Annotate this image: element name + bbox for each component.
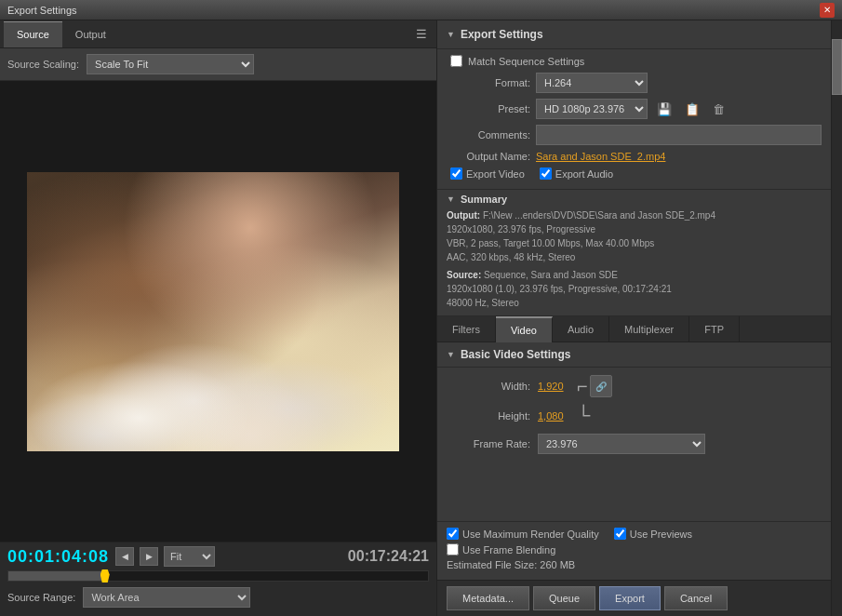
framerate-row: Frame Rate: 23.976 24 25 29.97 30 bbox=[447, 434, 822, 454]
summary-output-details2: VBR, 2 pass, Target 10.00 Mbps, Max 40.0… bbox=[447, 236, 822, 250]
height-row: Height: 1,080 └ bbox=[447, 405, 822, 426]
tab-audio[interactable]: Audio bbox=[553, 316, 609, 342]
summary-content: Output: F:\New ...enders\DVD\SDE\Sara an… bbox=[447, 208, 822, 310]
summary-header: ▼ Summary bbox=[447, 194, 822, 205]
width-value[interactable]: 1,920 bbox=[538, 381, 575, 392]
right-panel-scrollbar[interactable] bbox=[831, 20, 842, 616]
max-render-quality-label[interactable]: Use Maximum Render Quality bbox=[447, 528, 599, 540]
timeline-bar bbox=[8, 571, 105, 581]
tab-source[interactable]: Source bbox=[4, 21, 62, 47]
video-settings-body: Width: 1,920 ⌐ 🔗 Height: 1,080 └ Frame R… bbox=[437, 368, 831, 469]
summary-output-details3: AAC, 320 kbps, 48 kHz, Stereo bbox=[447, 250, 822, 264]
right-main: ▼ Export Settings Match Sequence Setting… bbox=[437, 20, 842, 616]
width-row: Width: 1,920 ⌐ 🔗 bbox=[447, 375, 822, 397]
output-name-value[interactable]: Sara and Jason SDE_2.mp4 bbox=[536, 151, 665, 162]
export-video-checkbox[interactable] bbox=[450, 167, 462, 180]
comments-input[interactable] bbox=[536, 125, 822, 145]
frame-blending-checkbox[interactable] bbox=[447, 543, 459, 556]
file-size-row: Estimated File Size: 260 MB bbox=[447, 559, 822, 570]
source-scaling-row: Source Scaling: Scale To Fit Scale To Fi… bbox=[0, 48, 436, 81]
source-range-label: Source Range: bbox=[7, 592, 75, 603]
match-sequence-label: Match Sequence Settings bbox=[468, 56, 584, 67]
comments-label: Comments: bbox=[447, 129, 530, 141]
export-button[interactable]: Export bbox=[599, 586, 661, 610]
framerate-label: Frame Rate: bbox=[447, 438, 530, 449]
title-bar-text: Export Settings bbox=[7, 5, 77, 16]
bottom-buttons: Metadata... Queue Export Cancel bbox=[437, 580, 831, 616]
summary-source-details2: 48000 Hz, Stereo bbox=[447, 296, 822, 310]
video-settings-collapse-icon[interactable]: ▼ bbox=[447, 350, 455, 359]
scrollbar-thumb bbox=[832, 39, 842, 95]
settings-body: Match Sequence Settings Format: H.264 Pr… bbox=[437, 49, 831, 190]
summary-output-row: Output: F:\New ...enders\DVD\SDE\Sara an… bbox=[447, 208, 822, 222]
total-timecode: 00:17:24:21 bbox=[348, 548, 429, 565]
export-audio-label[interactable]: Export Audio bbox=[540, 167, 613, 180]
save-preset-icon[interactable]: 💾 bbox=[653, 100, 675, 118]
max-render-quality-checkbox[interactable] bbox=[447, 528, 459, 540]
framerate-select[interactable]: 23.976 24 25 29.97 30 bbox=[538, 434, 705, 454]
source-scaling-label: Source Scaling: bbox=[7, 59, 79, 70]
use-previews-checkbox[interactable] bbox=[614, 528, 626, 540]
source-range-select[interactable]: Work Area Entire Sequence In to Out bbox=[83, 587, 250, 608]
export-options-row: Export Video Export Audio bbox=[447, 167, 822, 180]
match-sequence-checkbox[interactable] bbox=[450, 55, 462, 67]
cancel-button[interactable]: Cancel bbox=[664, 586, 728, 610]
current-timecode: 00:01:04:08 bbox=[7, 547, 110, 567]
tab-filters[interactable]: Filters bbox=[437, 316, 496, 342]
height-value[interactable]: 1,080 bbox=[538, 410, 575, 422]
summary-title: Summary bbox=[461, 194, 507, 205]
output-name-label: Output Name: bbox=[447, 151, 530, 162]
tab-video[interactable]: Video bbox=[496, 316, 553, 342]
bracket-close: └ bbox=[577, 405, 590, 426]
close-button[interactable]: ✕ bbox=[820, 3, 835, 18]
summary-source-details1: 1920x1080 (1.0), 23.976 fps, Progressive… bbox=[447, 282, 822, 296]
preset-select[interactable]: HD 1080p 23.976 bbox=[536, 99, 648, 119]
nav-prev-button[interactable]: ◀ bbox=[115, 547, 134, 566]
collapse-triangle-icon[interactable]: ▼ bbox=[447, 30, 455, 39]
output-name-row: Output Name: Sara and Jason SDE_2.mp4 bbox=[447, 151, 822, 162]
export-audio-checkbox[interactable] bbox=[540, 167, 552, 180]
metadata-button[interactable]: Metadata... bbox=[447, 586, 529, 610]
tab-ftp[interactable]: FTP bbox=[689, 316, 740, 342]
match-sequence-row: Match Sequence Settings bbox=[447, 55, 822, 67]
video-settings-title: Basic Video Settings bbox=[461, 348, 570, 361]
export-settings-section-header: ▼ Export Settings bbox=[437, 20, 831, 49]
timeline-bar-container[interactable] bbox=[7, 570, 429, 582]
summary-section: ▼ Summary Output: F:\New ...enders\DVD\S… bbox=[437, 190, 831, 316]
title-bar: Export Settings ✕ bbox=[0, 0, 842, 20]
bracket-open: ⌐ bbox=[577, 376, 588, 397]
preview-image bbox=[27, 172, 399, 451]
source-range-row: Source Range: Work Area Entire Sequence … bbox=[7, 587, 429, 608]
left-tab-bar: Source Output ☰ bbox=[0, 20, 436, 48]
panel-tabs: Filters Video Audio Multiplexer FTP bbox=[437, 316, 831, 342]
fit-select[interactable]: Fit 25% 50% 75% 100% bbox=[164, 546, 215, 567]
frame-blending-label[interactable]: Use Frame Blending bbox=[447, 543, 555, 556]
export-settings-title: Export Settings bbox=[461, 28, 543, 41]
summary-output-details1: 1920x1080, 23.976 fps, Progressive bbox=[447, 222, 822, 236]
comments-row: Comments: bbox=[447, 125, 822, 145]
import-preset-icon[interactable]: 📋 bbox=[681, 100, 703, 118]
format-select[interactable]: H.264 bbox=[536, 73, 648, 93]
preview-area bbox=[0, 81, 436, 542]
tab-output[interactable]: Output bbox=[62, 21, 119, 47]
delete-preset-icon[interactable]: 🗑 bbox=[709, 100, 728, 118]
format-label: Format: bbox=[447, 77, 530, 88]
use-previews-label[interactable]: Use Previews bbox=[614, 528, 692, 540]
video-settings-area: ▼ Basic Video Settings Width: 1,920 ⌐ 🔗 … bbox=[437, 342, 831, 521]
summary-source-row: Source: Sequence, Sara and Jason SDE bbox=[447, 268, 822, 282]
preset-label: Preset: bbox=[447, 103, 530, 114]
source-scaling-select[interactable]: Scale To Fit Scale To Fill Stretch To Fi… bbox=[87, 54, 254, 74]
format-row: Format: H.264 bbox=[447, 73, 822, 93]
summary-collapse-icon[interactable]: ▼ bbox=[447, 194, 455, 204]
height-label: Height: bbox=[447, 410, 530, 422]
link-dimensions-icon[interactable]: 🔗 bbox=[590, 375, 612, 397]
timeline-area: 00:01:04:08 ◀ ▶ Fit 25% 50% 75% 100% 00:… bbox=[0, 542, 436, 616]
tab-settings-icon[interactable]: ☰ bbox=[410, 25, 433, 43]
tab-multiplexer[interactable]: Multiplexer bbox=[609, 316, 689, 342]
right-panel-content: ▼ Export Settings Match Sequence Setting… bbox=[437, 20, 831, 616]
bottom-options: Use Maximum Render Quality Use Previews … bbox=[437, 521, 831, 580]
export-video-label[interactable]: Export Video bbox=[450, 167, 525, 180]
blending-row: Use Frame Blending bbox=[447, 543, 822, 556]
queue-button[interactable]: Queue bbox=[533, 586, 595, 610]
nav-next-button[interactable]: ▶ bbox=[140, 547, 158, 566]
